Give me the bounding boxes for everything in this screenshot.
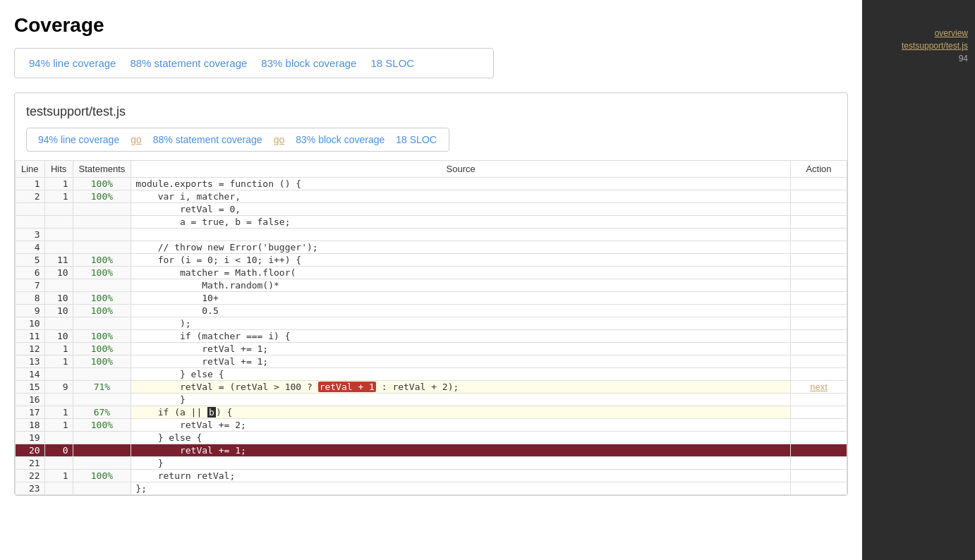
cell-hits: 10 — [44, 292, 73, 305]
cell-stmts — [73, 216, 131, 229]
cell-stmts: 100% — [73, 267, 131, 279]
table-row: 21100% var i, matcher, — [16, 190, 847, 203]
table-row: 11100%module.exports = function () { — [16, 178, 847, 190]
cell-stmts — [73, 482, 131, 495]
cell-stmts — [73, 432, 131, 444]
cell-action — [791, 394, 847, 406]
cell-hits: 1 — [44, 343, 73, 355]
table-row: 1110100% if (matcher === i) { — [16, 330, 847, 343]
cell-source: 0.5 — [131, 305, 791, 317]
cell-stmts: 100% — [73, 343, 131, 355]
sidebar-file-link[interactable]: testsupport/test.js — [869, 41, 968, 51]
cell-hits: 10 — [44, 267, 73, 279]
cell-hits: 1 — [44, 419, 73, 432]
cell-line: 21 — [16, 457, 45, 470]
table-row: a = true, b = false; — [16, 216, 847, 229]
file-block-coverage: 83% block coverage — [296, 134, 384, 145]
cell-source: var i, matcher, — [131, 190, 791, 203]
cell-stmts — [73, 368, 131, 381]
cell-line: 1 — [16, 178, 45, 190]
cell-stmts — [73, 229, 131, 241]
cell-stmts: 100% — [73, 305, 131, 317]
cell-line: 3 — [16, 229, 45, 241]
cell-line: 14 — [16, 368, 45, 381]
cell-action — [791, 279, 847, 292]
cell-hits: 10 — [44, 330, 73, 343]
cell-hits — [44, 229, 73, 241]
cell-stmts: 100% — [73, 190, 131, 203]
table-row: 23}; — [16, 482, 847, 495]
cell-action — [791, 368, 847, 381]
cell-stmts — [73, 444, 131, 457]
header-line: Line — [16, 161, 45, 178]
cell-hits — [44, 432, 73, 444]
cell-stmts — [73, 317, 131, 330]
table-row: 14 } else { — [16, 368, 847, 381]
cell-stmts: 67% — [73, 406, 131, 419]
cell-stmts: 100% — [73, 419, 131, 432]
cell-action — [791, 317, 847, 330]
cell-source: }; — [131, 482, 791, 495]
cell-line: 9 — [16, 305, 45, 317]
cell-source: retVal += 1; — [131, 355, 791, 368]
file-line-coverage: 94% line coverage — [38, 134, 119, 145]
sidebar-overview-link[interactable]: overview — [869, 28, 968, 38]
cell-hits: 1 — [44, 190, 73, 203]
top-sloc: 18 SLOC — [370, 57, 414, 69]
cell-source: } else { — [131, 368, 791, 381]
cell-stmts — [73, 279, 131, 292]
table-row: 17167% if (a || b) { — [16, 406, 847, 419]
file-statement-coverage: 88% statement coverage — [153, 134, 262, 145]
header-action: Action — [791, 161, 847, 178]
cell-action — [791, 419, 847, 432]
cell-stmts: 100% — [73, 330, 131, 343]
table-row: 131100% retVal += 1; — [16, 355, 847, 368]
sidebar: overview testsupport/test.js 94 — [862, 0, 975, 560]
file-line-go[interactable]: go — [131, 134, 142, 145]
cell-action: next — [791, 381, 847, 394]
cell-action — [791, 305, 847, 317]
cell-hits: 10 — [44, 305, 73, 317]
cell-action — [791, 355, 847, 368]
table-row: 15971% retVal = (retVal > 100 ? retVal +… — [16, 381, 847, 394]
cell-source: } — [131, 457, 791, 470]
cell-hits — [44, 216, 73, 229]
next-link[interactable]: next — [810, 382, 828, 392]
cell-action — [791, 406, 847, 419]
cell-line: 17 — [16, 406, 45, 419]
cell-action — [791, 292, 847, 305]
cell-line: 6 — [16, 267, 45, 279]
table-row: 16 } — [16, 394, 847, 406]
cell-line: 20 — [16, 444, 45, 457]
cell-action — [791, 178, 847, 190]
cell-line: 8 — [16, 292, 45, 305]
header-hits: Hits — [44, 161, 73, 178]
cell-source — [131, 229, 791, 241]
header-statements: Statements — [73, 161, 131, 178]
cell-source: if (a || b) { — [131, 406, 791, 419]
table-row: 19 } else { — [16, 432, 847, 444]
cell-source: ); — [131, 317, 791, 330]
page-title: Coverage — [14, 14, 848, 37]
cell-source: retVal = (retVal > 100 ? retVal + 1 : re… — [131, 381, 791, 394]
cell-line: 2 — [16, 190, 45, 203]
cell-source: retVal = 0, — [131, 203, 791, 216]
cell-line: 10 — [16, 317, 45, 330]
code-table: Line Hits Statements Source Action 11100… — [15, 160, 847, 495]
cell-hits: 1 — [44, 355, 73, 368]
cell-stmts — [73, 241, 131, 254]
cell-line: 4 — [16, 241, 45, 254]
table-row: 21 } — [16, 457, 847, 470]
cell-source: return retVal; — [131, 470, 791, 482]
top-statement-coverage: 88% statement coverage — [130, 57, 247, 69]
cell-action — [791, 432, 847, 444]
cell-action — [791, 229, 847, 241]
cell-hits: 9 — [44, 381, 73, 394]
file-statement-go[interactable]: go — [274, 134, 285, 145]
cell-hits — [44, 394, 73, 406]
cell-stmts — [73, 394, 131, 406]
cell-source: retVal += 1; — [131, 444, 791, 457]
cell-hits — [44, 279, 73, 292]
cell-action — [791, 203, 847, 216]
cell-action — [791, 343, 847, 355]
